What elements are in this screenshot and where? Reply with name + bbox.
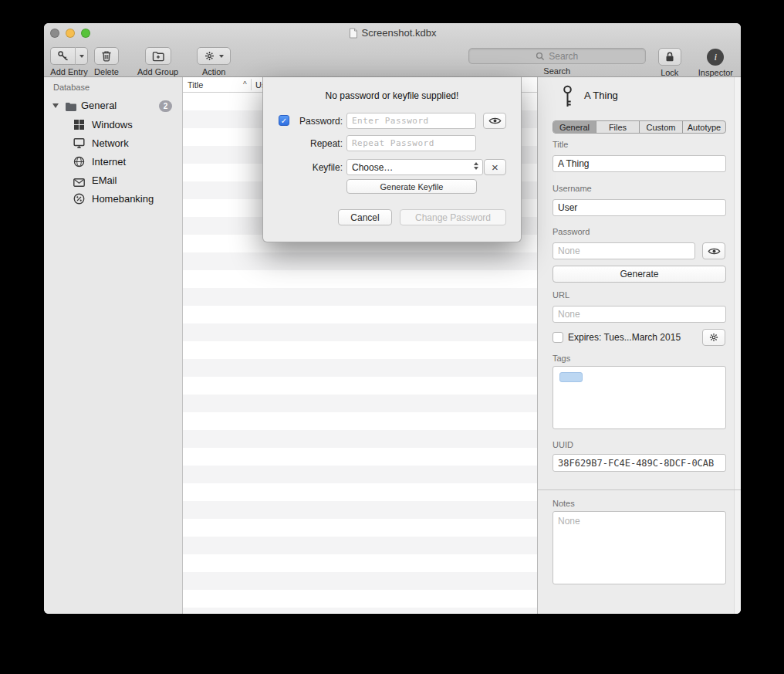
password-input[interactable]: Enter Password — [346, 113, 476, 129]
notes-placeholder: None — [558, 516, 580, 527]
lock-icon — [664, 51, 675, 63]
notes-box[interactable]: None — [553, 511, 726, 584]
sidebar-item-network[interactable]: Network — [44, 134, 182, 153]
cancel-button[interactable]: Cancel — [338, 209, 392, 225]
sidebar-item-homebanking[interactable]: Homebanking — [44, 190, 182, 208]
action-button[interactable] — [197, 47, 231, 65]
generate-password-button[interactable]: Generate — [553, 266, 726, 283]
generate-keyfile-label: Generate Keyfile — [380, 182, 444, 191]
generate-keyfile-button[interactable]: Generate Keyfile — [346, 179, 477, 194]
sidebar-item-internet[interactable]: Internet — [44, 153, 182, 171]
toolbar-add-group: Add Group — [137, 47, 178, 76]
change-password-sheet: No password or keyfile supplied! ✓ Passw… — [262, 77, 522, 242]
expires-label: Expires: Tues...March 2015 — [568, 332, 681, 343]
uuid-field[interactable]: 38F629B7-FC4E-489C-8DCF-0CAB — [553, 454, 726, 472]
sidebar-item-general[interactable]: General 2 — [44, 97, 182, 115]
expires-checkbox[interactable] — [553, 332, 563, 343]
username-field[interactable]: User — [553, 199, 726, 216]
username-value: User — [558, 202, 577, 213]
search-icon — [536, 52, 545, 61]
uuid-value: 38F629B7-FC4E-489C-8DCF-0CAB — [558, 458, 714, 469]
password-label: Password: — [291, 116, 343, 127]
add-group-button[interactable] — [145, 47, 171, 65]
entry-count-badge: 2 — [159, 100, 172, 112]
tags-box[interactable] — [553, 366, 726, 429]
password-placeholder: None — [558, 246, 580, 256]
toolbar-inspector: i Inspector — [698, 48, 733, 77]
add-entry-button[interactable] — [50, 47, 76, 65]
sidebar-item-label: EMail — [92, 174, 117, 186]
password-field[interactable]: None — [553, 242, 695, 259]
toolbar: Add Entry Delete Add Group Action — [44, 44, 741, 77]
inspector-tabs: General Files Custom Autotype — [553, 120, 726, 134]
sidebar-item-label: Network — [92, 137, 129, 149]
column-divider[interactable] — [251, 79, 252, 90]
keyfile-popup[interactable]: Choose… — [346, 159, 483, 175]
info-icon: i — [715, 51, 718, 63]
titlebar[interactable]: Screenshot.kdbx — [44, 23, 741, 44]
gear-icon — [708, 332, 719, 343]
inspector-scrollbar[interactable] — [734, 77, 741, 614]
sidebar-item-label: Homebanking — [92, 193, 154, 205]
sidebar-item-email[interactable]: EMail — [44, 171, 182, 190]
repeat-label: Repeat: — [291, 138, 343, 149]
notes-label: Notes — [553, 499, 575, 508]
change-password-button[interactable]: Change Password — [400, 209, 506, 225]
inspector-button[interactable]: i — [707, 49, 724, 66]
group-label: General — [81, 100, 117, 111]
clear-keyfile-button[interactable]: × — [484, 159, 506, 175]
sidebar-item-label: Internet — [92, 156, 126, 168]
reveal-password-button[interactable] — [483, 113, 506, 129]
folder-plus-icon — [152, 51, 164, 62]
app-window: Screenshot.kdbx Add Entry Delete — [44, 23, 741, 614]
toolbar-lock: Lock — [658, 48, 681, 77]
title-field[interactable]: A Thing — [553, 155, 726, 172]
key-icon — [57, 50, 69, 62]
tab-custom[interactable]: Custom — [640, 121, 683, 133]
search-label: Search — [543, 66, 570, 76]
url-field-label: URL — [553, 290, 569, 300]
search-placeholder: Search — [549, 51, 578, 62]
add-entry-dropdown[interactable] — [76, 47, 88, 65]
password-checkbox[interactable]: ✓ — [279, 115, 289, 126]
search-input[interactable]: Search — [468, 48, 646, 64]
lock-button[interactable] — [658, 48, 681, 66]
lock-label: Lock — [661, 68, 678, 77]
gear-icon — [204, 50, 215, 62]
toolbar-left: Add Entry Delete Add Group Action — [50, 47, 231, 76]
inspector-label: Inspector — [698, 68, 733, 77]
network-icon — [73, 137, 85, 152]
toolbar-right: Search Search Lock i Inspector — [468, 48, 733, 77]
tab-autotype[interactable]: Autotype — [683, 121, 725, 133]
column-header-title[interactable]: Title — [188, 80, 203, 90]
url-placeholder: None — [558, 309, 580, 320]
tag-chip[interactable] — [559, 372, 583, 382]
sidebar-item-windows[interactable]: Windows — [44, 116, 182, 134]
eye-icon — [488, 117, 502, 125]
repeat-input[interactable]: Repeat Password — [346, 135, 476, 151]
username-field-label: Username — [553, 184, 592, 193]
folder-icon — [65, 101, 77, 115]
windows-icon — [73, 119, 85, 134]
key-icon — [562, 85, 573, 110]
disclosure-triangle-icon[interactable] — [52, 103, 59, 108]
reveal-password-button[interactable] — [702, 242, 725, 259]
expires-settings-button[interactable] — [702, 329, 725, 346]
eye-icon — [708, 247, 721, 256]
tab-general[interactable]: General — [553, 121, 596, 133]
close-icon: × — [492, 161, 498, 174]
homebanking-icon — [73, 193, 85, 208]
tab-files[interactable]: Files — [596, 121, 640, 133]
cancel-label: Cancel — [350, 212, 379, 223]
chevron-down-icon — [219, 55, 224, 58]
sidebar-header: Database — [53, 83, 90, 92]
repeat-input-placeholder: Repeat Password — [352, 138, 434, 148]
delete-button[interactable] — [94, 47, 119, 65]
toolbar-add-entry: Add Entry — [50, 47, 88, 76]
title-value: A Thing — [558, 158, 589, 169]
sidebar-item-label: Windows — [92, 119, 133, 130]
window-title: Screenshot.kdbx — [362, 27, 437, 39]
check-icon: ✓ — [281, 117, 287, 125]
url-field[interactable]: None — [553, 306, 726, 323]
toolbar-delete: Delete — [94, 47, 119, 76]
